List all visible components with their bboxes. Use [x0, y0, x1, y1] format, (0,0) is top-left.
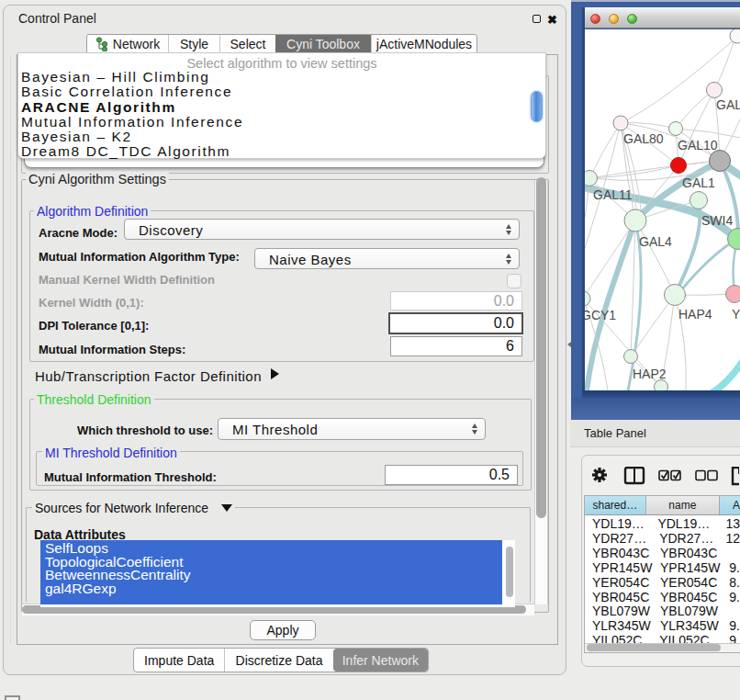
svg-text:HAP2: HAP2 [633, 367, 667, 381]
svg-text:GAL2: GAL2 [716, 97, 740, 112]
svg-text:GAL10: GAL10 [678, 138, 718, 152]
svg-text:SWI4: SWI4 [701, 213, 733, 228]
svg-text:Y: Y [732, 307, 740, 322]
svg-text:GAL1: GAL1 [682, 175, 715, 190]
svg-text:GCY1: GCY1 [585, 308, 616, 322]
svg-text:GAL80: GAL80 [623, 131, 664, 146]
svg-text:HAP4: HAP4 [678, 307, 712, 322]
svg-text:GAL4: GAL4 [639, 234, 672, 249]
svg-text:GAL11: GAL11 [593, 187, 633, 202]
